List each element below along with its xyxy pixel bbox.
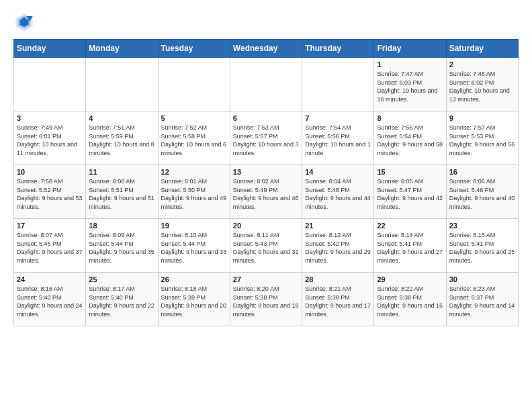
header-day: Tuesday	[158, 40, 230, 58]
day-info: Sunrise: 8:15 AM Sunset: 5:41 PM Dayligh…	[449, 231, 515, 265]
day-info: Sunrise: 7:58 AM Sunset: 5:52 PM Dayligh…	[17, 177, 83, 211]
day-info: Sunrise: 7:52 AM Sunset: 5:58 PM Dayligh…	[161, 124, 227, 157]
calendar-cell: 21Sunrise: 8:12 AM Sunset: 5:42 PM Dayli…	[302, 219, 374, 273]
calendar-cell	[14, 58, 86, 111]
calendar-cell	[158, 58, 230, 111]
calendar-week: 3Sunrise: 7:49 AM Sunset: 6:01 PM Daylig…	[14, 111, 519, 165]
calendar-cell: 13Sunrise: 8:02 AM Sunset: 5:49 PM Dayli…	[230, 165, 302, 219]
logo	[13, 11, 39, 32]
day-info: Sunrise: 8:23 AM Sunset: 5:37 PM Dayligh…	[449, 285, 515, 318]
calendar-cell: 24Sunrise: 8:16 AM Sunset: 5:40 PM Dayli…	[14, 273, 86, 326]
header-day: Friday	[374, 40, 446, 58]
day-info: Sunrise: 7:56 AM Sunset: 5:54 PM Dayligh…	[377, 124, 443, 157]
calendar-cell: 8Sunrise: 7:56 AM Sunset: 5:54 PM Daylig…	[374, 111, 446, 165]
calendar-week: 17Sunrise: 8:07 AM Sunset: 5:45 PM Dayli…	[14, 219, 519, 273]
day-info: Sunrise: 8:02 AM Sunset: 5:49 PM Dayligh…	[233, 177, 299, 211]
day-number: 28	[305, 275, 371, 283]
day-number: 4	[89, 114, 154, 122]
calendar-cell: 5Sunrise: 7:52 AM Sunset: 5:58 PM Daylig…	[158, 111, 230, 165]
calendar-cell: 16Sunrise: 8:06 AM Sunset: 5:46 PM Dayli…	[446, 165, 518, 219]
calendar-cell: 15Sunrise: 8:05 AM Sunset: 5:47 PM Dayli…	[374, 165, 446, 219]
logo-icon	[13, 11, 35, 32]
calendar-cell: 30Sunrise: 8:23 AM Sunset: 5:37 PM Dayli…	[446, 273, 518, 326]
header-day: Thursday	[302, 40, 374, 58]
day-number: 5	[161, 114, 227, 122]
day-number: 7	[305, 114, 371, 122]
day-number: 9	[449, 114, 515, 122]
day-info: Sunrise: 8:05 AM Sunset: 5:47 PM Dayligh…	[377, 177, 443, 211]
day-info: Sunrise: 8:22 AM Sunset: 5:38 PM Dayligh…	[377, 285, 443, 318]
day-info: Sunrise: 8:00 AM Sunset: 5:51 PM Dayligh…	[89, 177, 154, 211]
header-day: Sunday	[14, 40, 86, 58]
calendar-cell: 3Sunrise: 7:49 AM Sunset: 6:01 PM Daylig…	[14, 111, 86, 165]
calendar-cell: 1Sunrise: 7:47 AM Sunset: 6:03 PM Daylig…	[374, 58, 446, 111]
calendar-cell: 2Sunrise: 7:48 AM Sunset: 6:02 PM Daylig…	[446, 58, 518, 111]
day-number: 12	[161, 168, 227, 176]
calendar-week: 10Sunrise: 7:58 AM Sunset: 5:52 PM Dayli…	[14, 165, 519, 219]
calendar-cell: 28Sunrise: 8:21 AM Sunset: 5:38 PM Dayli…	[302, 273, 374, 326]
calendar-cell: 7Sunrise: 7:54 AM Sunset: 5:56 PM Daylig…	[302, 111, 374, 165]
day-info: Sunrise: 8:20 AM Sunset: 5:38 PM Dayligh…	[233, 285, 299, 318]
day-number: 30	[449, 275, 515, 283]
calendar-cell	[86, 58, 158, 111]
day-info: Sunrise: 8:14 AM Sunset: 5:41 PM Dayligh…	[377, 231, 443, 265]
day-info: Sunrise: 7:54 AM Sunset: 5:56 PM Dayligh…	[305, 124, 371, 157]
header	[13, 11, 519, 32]
calendar-cell: 17Sunrise: 8:07 AM Sunset: 5:45 PM Dayli…	[14, 219, 86, 273]
calendar-cell: 29Sunrise: 8:22 AM Sunset: 5:38 PM Dayli…	[374, 273, 446, 326]
calendar-cell	[230, 58, 302, 111]
calendar-cell: 9Sunrise: 7:57 AM Sunset: 5:53 PM Daylig…	[446, 111, 518, 165]
header-row: SundayMondayTuesdayWednesdayThursdayFrid…	[14, 40, 519, 58]
day-info: Sunrise: 8:17 AM Sunset: 5:40 PM Dayligh…	[89, 285, 154, 318]
header-day: Saturday	[446, 40, 518, 58]
day-number: 23	[449, 222, 515, 230]
day-number: 22	[377, 222, 443, 230]
calendar-week: 1Sunrise: 7:47 AM Sunset: 6:03 PM Daylig…	[14, 58, 519, 111]
day-info: Sunrise: 7:51 AM Sunset: 5:59 PM Dayligh…	[89, 124, 154, 157]
day-info: Sunrise: 7:49 AM Sunset: 6:01 PM Dayligh…	[17, 124, 83, 157]
calendar-cell: 12Sunrise: 8:01 AM Sunset: 5:50 PM Dayli…	[158, 165, 230, 219]
day-number: 14	[305, 168, 371, 176]
day-number: 15	[377, 168, 443, 176]
day-number: 17	[17, 222, 83, 230]
day-number: 1	[377, 60, 443, 68]
day-number: 8	[377, 114, 443, 122]
day-number: 26	[161, 275, 227, 283]
day-info: Sunrise: 8:12 AM Sunset: 5:42 PM Dayligh…	[305, 231, 371, 265]
header-day: Wednesday	[230, 40, 302, 58]
day-info: Sunrise: 8:11 AM Sunset: 5:43 PM Dayligh…	[233, 231, 299, 265]
calendar-cell: 23Sunrise: 8:15 AM Sunset: 5:41 PM Dayli…	[446, 219, 518, 273]
day-info: Sunrise: 8:06 AM Sunset: 5:46 PM Dayligh…	[449, 177, 515, 211]
day-info: Sunrise: 7:47 AM Sunset: 6:03 PM Dayligh…	[377, 70, 443, 103]
day-number: 25	[89, 275, 154, 283]
day-info: Sunrise: 8:21 AM Sunset: 5:38 PM Dayligh…	[305, 285, 371, 318]
day-number: 10	[17, 168, 83, 176]
day-info: Sunrise: 8:16 AM Sunset: 5:40 PM Dayligh…	[17, 285, 83, 318]
calendar-table: SundayMondayTuesdayWednesdayThursdayFrid…	[13, 39, 519, 326]
header-day: Monday	[86, 40, 158, 58]
calendar-cell: 4Sunrise: 7:51 AM Sunset: 5:59 PM Daylig…	[86, 111, 158, 165]
day-info: Sunrise: 8:01 AM Sunset: 5:50 PM Dayligh…	[161, 177, 227, 211]
calendar-cell: 19Sunrise: 8:10 AM Sunset: 5:44 PM Dayli…	[158, 219, 230, 273]
day-number: 11	[89, 168, 154, 176]
day-number: 16	[449, 168, 515, 176]
calendar-cell: 14Sunrise: 8:04 AM Sunset: 5:48 PM Dayli…	[302, 165, 374, 219]
day-number: 3	[17, 114, 83, 122]
calendar-cell: 22Sunrise: 8:14 AM Sunset: 5:41 PM Dayli…	[374, 219, 446, 273]
calendar-cell: 6Sunrise: 7:53 AM Sunset: 5:57 PM Daylig…	[230, 111, 302, 165]
day-info: Sunrise: 7:57 AM Sunset: 5:53 PM Dayligh…	[449, 124, 515, 157]
day-info: Sunrise: 8:09 AM Sunset: 5:44 PM Dayligh…	[89, 231, 154, 265]
day-number: 18	[89, 222, 154, 230]
calendar-cell: 20Sunrise: 8:11 AM Sunset: 5:43 PM Dayli…	[230, 219, 302, 273]
calendar-cell: 27Sunrise: 8:20 AM Sunset: 5:38 PM Dayli…	[230, 273, 302, 326]
day-info: Sunrise: 8:10 AM Sunset: 5:44 PM Dayligh…	[161, 231, 227, 265]
day-number: 21	[305, 222, 371, 230]
calendar-cell: 10Sunrise: 7:58 AM Sunset: 5:52 PM Dayli…	[14, 165, 86, 219]
day-info: Sunrise: 7:48 AM Sunset: 6:02 PM Dayligh…	[449, 70, 515, 103]
calendar-cell: 26Sunrise: 8:18 AM Sunset: 5:39 PM Dayli…	[158, 273, 230, 326]
day-info: Sunrise: 7:53 AM Sunset: 5:57 PM Dayligh…	[233, 124, 299, 157]
day-info: Sunrise: 8:18 AM Sunset: 5:39 PM Dayligh…	[161, 285, 227, 318]
day-number: 2	[449, 60, 515, 68]
day-number: 19	[161, 222, 227, 230]
calendar-body: 1Sunrise: 7:47 AM Sunset: 6:03 PM Daylig…	[14, 58, 519, 326]
